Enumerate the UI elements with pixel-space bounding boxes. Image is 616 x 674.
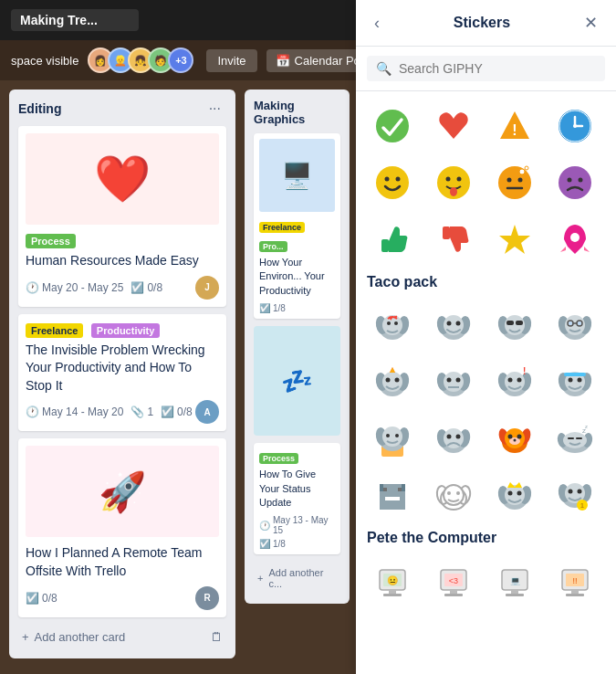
svg-marker-64 bbox=[390, 367, 395, 373]
pete-2[interactable]: <3 bbox=[428, 555, 479, 606]
dog-cool[interactable] bbox=[489, 300, 540, 351]
add-card-button-graphics[interactable]: + Add another c... bbox=[254, 562, 340, 595]
dog-medal[interactable]: 1 bbox=[549, 469, 600, 521]
sticker-clock[interactable] bbox=[549, 100, 600, 152]
svg-rect-118 bbox=[383, 488, 387, 491]
card-footer-5: 🕐 May 13 - May 15 bbox=[259, 515, 335, 535]
svg-point-92 bbox=[395, 434, 399, 437]
svg-rect-147 bbox=[389, 590, 396, 594]
column-menu-button-editing[interactable]: ··· bbox=[204, 99, 226, 119]
card-attachment-2: 📎 1 bbox=[131, 405, 153, 418]
dog-fox[interactable] bbox=[489, 413, 540, 464]
card-title-4: How Your Environ... Your Productivity bbox=[259, 256, 335, 298]
tag-process: Process bbox=[26, 234, 76, 248]
card-checklist-text-5: 1/8 bbox=[273, 539, 286, 549]
svg-rect-162 bbox=[571, 590, 579, 594]
pete-1[interactable]: 😐 bbox=[367, 555, 418, 606]
sticker-worried[interactable] bbox=[549, 157, 600, 208]
tag-pro-4: Pro... bbox=[259, 241, 287, 252]
card-remote-offsite[interactable]: 🚀 How I Planned A Remote Team Offsite Wi… bbox=[18, 438, 226, 616]
dog-party[interactable] bbox=[367, 356, 418, 407]
sticker-search-input[interactable] bbox=[399, 61, 596, 76]
card-checklist-2: ☑️ 0/8 bbox=[161, 405, 193, 418]
svg-point-56 bbox=[578, 321, 581, 325]
column-editing: Editing ··· ❤️ Process Human Resources M… bbox=[9, 90, 235, 658]
card-environ[interactable]: 🖥️ Freelance Pro... How Your Environ... … bbox=[254, 133, 340, 319]
svg-point-127 bbox=[447, 491, 451, 495]
plus-icon-add-2: + bbox=[257, 573, 263, 584]
sticker-back-button[interactable]: ‹ bbox=[369, 12, 385, 35]
column-making-graphics: Making Graphics 🖥️ Freelance Pro... How … bbox=[245, 90, 350, 604]
calendar-icon: 📅 bbox=[276, 54, 290, 68]
svg-rect-120 bbox=[385, 497, 400, 500]
board-title-input[interactable] bbox=[11, 9, 139, 31]
card-title-2: The Invisible Problem Wrecking Your Prod… bbox=[26, 342, 219, 395]
dog-love[interactable]: ♥♥ bbox=[367, 300, 418, 351]
sticker-search-inner: 🔍 bbox=[367, 56, 605, 81]
card-date-4: ☑️ 1/8 bbox=[259, 303, 286, 313]
dog-crown[interactable] bbox=[489, 469, 540, 521]
checklist-icon-1: ☑️ bbox=[131, 281, 144, 294]
svg-marker-26 bbox=[499, 225, 530, 254]
avatar-extra-count: +3 bbox=[168, 47, 193, 73]
card-image-desk: 🖥️ bbox=[259, 139, 335, 212]
sticker-panel: ‹ Stickers ✕ 🔍 bbox=[356, 0, 616, 674]
svg-point-62 bbox=[395, 378, 400, 383]
card-checklist-5: ☑️ 1/8 bbox=[259, 539, 286, 549]
card-title-3: How I Planned A Remote Team Offsite With… bbox=[26, 544, 219, 580]
sticker-warning[interactable]: ! bbox=[489, 100, 540, 152]
svg-point-7 bbox=[573, 124, 577, 128]
card-date-text-1: May 20 - May 25 bbox=[42, 281, 123, 294]
dog-exclaim[interactable]: ! bbox=[489, 356, 540, 407]
checklist-icon-5: ☑️ bbox=[259, 539, 270, 549]
pete-3[interactable]: 💻 bbox=[489, 555, 540, 606]
sticker-thumbsup[interactable] bbox=[367, 214, 418, 265]
dog-headband[interactable] bbox=[549, 356, 600, 407]
card-tags: Process bbox=[26, 232, 219, 252]
card-checklist-text-3: 0/8 bbox=[42, 592, 57, 605]
clock-icon-4: ☑️ bbox=[259, 303, 270, 313]
pete-4[interactable]: !! bbox=[549, 555, 600, 606]
card-image-rocket: 🚀 bbox=[26, 446, 219, 537]
svg-point-106 bbox=[513, 439, 516, 442]
dog-pixel[interactable] bbox=[367, 469, 418, 521]
dog-sleep[interactable]: z z bbox=[549, 413, 600, 464]
tag-freelance-4: Freelance bbox=[259, 222, 305, 233]
sticker-close-button[interactable]: ✕ bbox=[579, 11, 603, 35]
card-tags-4: Freelance Pro... bbox=[259, 217, 335, 256]
dog-sad[interactable] bbox=[428, 413, 479, 464]
card-invisible-problem[interactable]: Freelance Productivity The Invisible Pro… bbox=[18, 314, 226, 432]
clock-icon-5: 🕐 bbox=[259, 521, 270, 531]
sticker-tongue[interactable] bbox=[428, 157, 479, 208]
sticker-thumbsdown[interactable] bbox=[428, 214, 479, 265]
sticker-heart[interactable] bbox=[428, 100, 479, 152]
sticker-star[interactable] bbox=[489, 214, 540, 265]
svg-point-105 bbox=[517, 435, 521, 439]
invite-button[interactable]: Invite bbox=[206, 49, 256, 72]
svg-point-68 bbox=[444, 372, 464, 392]
svg-rect-85 bbox=[564, 373, 586, 376]
sticker-rocket-pink[interactable] bbox=[549, 214, 600, 265]
dog-glasses[interactable] bbox=[549, 300, 600, 351]
dog-hmm[interactable] bbox=[428, 356, 479, 407]
card-human-resources[interactable]: ❤️ Process Human Resources Made Easy 🕐 M… bbox=[18, 126, 226, 307]
dog-happy[interactable] bbox=[428, 300, 479, 351]
card-image-heart: ❤️ bbox=[26, 133, 219, 225]
sticker-smile[interactable] bbox=[367, 157, 418, 208]
card-tags-5: Process bbox=[259, 448, 335, 468]
sticker-thinking[interactable] bbox=[489, 157, 540, 208]
svg-rect-46 bbox=[506, 321, 514, 325]
add-card-button-editing[interactable]: + Add another card 🗒 bbox=[18, 625, 226, 649]
svg-point-61 bbox=[386, 378, 391, 383]
svg-rect-163 bbox=[566, 594, 584, 596]
svg-rect-25 bbox=[443, 226, 450, 239]
svg-point-84 bbox=[578, 378, 582, 383]
card-date-5: 🕐 May 13 - May 15 bbox=[259, 515, 335, 535]
card-status-update[interactable]: Process How To Give Your Status Update 🕐… bbox=[254, 443, 340, 554]
svg-point-16 bbox=[506, 178, 511, 183]
svg-text:z: z bbox=[585, 424, 588, 429]
dog-book[interactable] bbox=[367, 413, 418, 464]
dog-outline[interactable] bbox=[428, 469, 479, 521]
svg-point-77 bbox=[517, 378, 521, 383]
sticker-check[interactable] bbox=[367, 100, 418, 152]
